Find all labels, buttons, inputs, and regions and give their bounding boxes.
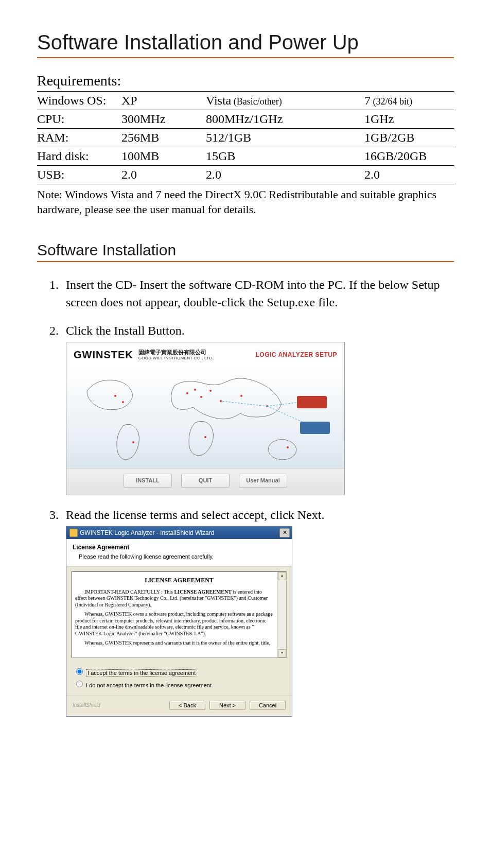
req-cell: 2.0 (364, 166, 454, 184)
svg-rect-12 (297, 396, 327, 408)
table-row: Windows OS: XP Vista (Basic/other) 7 (32… (37, 92, 454, 110)
accept-radio[interactable]: I accept the terms in the license agreem… (74, 667, 285, 677)
quit-button[interactable]: QUIT (181, 474, 230, 488)
wizard-titlebar: GWINSTEK Logic Analyzer - InstallShield … (66, 527, 292, 539)
requirements-heading: Requirements: (37, 73, 454, 89)
requirements-note: Note: Windows Vista and 7 need the Direc… (37, 187, 454, 217)
svg-rect-13 (300, 422, 330, 434)
req-cell: 300MHz (121, 110, 206, 129)
req-cell: 100MB (121, 147, 206, 166)
svg-point-6 (209, 390, 212, 392)
section-rule (37, 261, 454, 262)
requirements-table: Windows OS: XP Vista (Basic/other) 7 (32… (37, 91, 454, 184)
world-map-image (66, 365, 344, 468)
close-button[interactable]: ✕ (279, 528, 290, 537)
license-paragraph: Whereas, GWINSTEK owns a software produc… (75, 611, 274, 637)
svg-point-5 (200, 396, 202, 398)
page-title: Software Installation and Power Up (37, 31, 454, 54)
world-map-icon (66, 365, 344, 468)
svg-point-9 (204, 436, 206, 438)
table-row: RAM: 256MB 512/1GB 1GB/2GB (37, 129, 454, 147)
svg-point-4 (194, 389, 196, 391)
req-cell: 256MB (121, 129, 206, 147)
steps-list: Insert the CD- Insert the software CD-RO… (37, 276, 454, 717)
user-manual-button[interactable]: User Manual (239, 474, 287, 488)
req-label: CPU: (37, 110, 121, 129)
step-1: Insert the CD- Insert the software CD-RO… (62, 276, 454, 311)
req-cell: 7 (32/64 bit) (364, 92, 454, 110)
wizard-title: GWINSTEK Logic Analyzer - InstallShield … (80, 529, 214, 537)
req-cell: 16GB/20GB (364, 147, 454, 166)
table-row: USB: 2.0 2.0 2.0 (37, 166, 454, 184)
decline-radio-input[interactable] (76, 681, 83, 687)
license-title: LICENSE AGREEMENT (75, 576, 283, 585)
svg-point-0 (114, 395, 116, 397)
license-paragraph: Whereas, GWINSTEK represents and warrant… (75, 640, 274, 647)
brand-logo: GWINSTEK (74, 348, 133, 362)
req-label: Hard disk: (37, 147, 121, 166)
brand-subtitle: 固緯電子實業股份有限公司 GOOD WILL INSTRUMENT CO., L… (138, 349, 214, 361)
setup-button-row: INSTALL QUIT User Manual (66, 468, 344, 495)
setup-title: LOGIC ANALYZER SETUP (256, 351, 337, 359)
software-installation-heading: Software Installation (37, 241, 454, 259)
req-label: Windows OS: (37, 92, 121, 110)
table-row: CPU: 300MHz 800MHz/1GHz 1GHz (37, 110, 454, 129)
title-rule (37, 57, 454, 58)
scroll-up-button[interactable]: ▲ (278, 572, 286, 580)
req-cell: 2.0 (121, 166, 206, 184)
cancel-button[interactable]: Cancel (250, 701, 286, 710)
req-cell: Vista (Basic/other) (206, 92, 364, 110)
req-label: RAM: (37, 129, 121, 147)
install-button[interactable]: INSTALL (124, 474, 172, 488)
license-agreement-subheading: Please read the following license agreem… (79, 553, 286, 561)
license-text-box[interactable]: LICENSE AGREEMENT IMPORTANT-READ CAREFUL… (72, 571, 287, 658)
svg-point-8 (240, 395, 242, 397)
next-button[interactable]: Next > (209, 701, 246, 710)
decline-radio[interactable]: I do not accept the terms in the license… (74, 679, 285, 689)
svg-point-1 (122, 401, 124, 403)
table-row: Hard disk: 100MB 15GB 16GB/20GB (37, 147, 454, 166)
wizard-headpane: License Agreement Please read the follow… (66, 539, 292, 566)
accept-radio-input[interactable] (76, 668, 83, 675)
req-cell: 512/1GB (206, 129, 364, 147)
setup-screenshot: GWINSTEK 固緯電子實業股份有限公司 GOOD WILL INSTRUME… (66, 342, 345, 495)
req-cell: 2.0 (206, 166, 364, 184)
scroll-down-button[interactable]: ▼ (278, 649, 286, 657)
step-3: Read the license terms and select accept… (62, 507, 454, 717)
req-cell: 1GHz (364, 110, 454, 129)
svg-point-2 (132, 441, 134, 443)
svg-point-3 (186, 392, 188, 394)
license-agreement-heading: License Agreement (73, 543, 286, 552)
wizard-footer: InstallShield < Back Next > Cancel (66, 695, 292, 716)
req-cell: 1GB/2GB (364, 129, 454, 147)
license-paragraph: IMPORTANT-READ CAREFULLY : This LICENSE … (75, 589, 274, 609)
license-radio-group: I accept the terms in the license agreem… (66, 663, 292, 692)
scrollbar[interactable]: ▲ ▼ (277, 572, 286, 657)
req-cell: XP (121, 92, 206, 110)
req-label: USB: (37, 166, 121, 184)
req-cell: 800MHz/1GHz (206, 110, 364, 129)
step-2: Click the Install Button. GWINSTEK 固緯電子實… (62, 322, 454, 495)
installshield-label: InstallShield (73, 702, 100, 709)
req-cell: 15GB (206, 147, 364, 166)
install-wizard-dialog: GWINSTEK Logic Analyzer - InstallShield … (66, 526, 292, 717)
back-button[interactable]: < Back (169, 701, 205, 710)
svg-point-10 (287, 446, 289, 448)
setup-header: GWINSTEK 固緯電子實業股份有限公司 GOOD WILL INSTRUME… (66, 342, 344, 365)
installer-icon (69, 529, 78, 537)
